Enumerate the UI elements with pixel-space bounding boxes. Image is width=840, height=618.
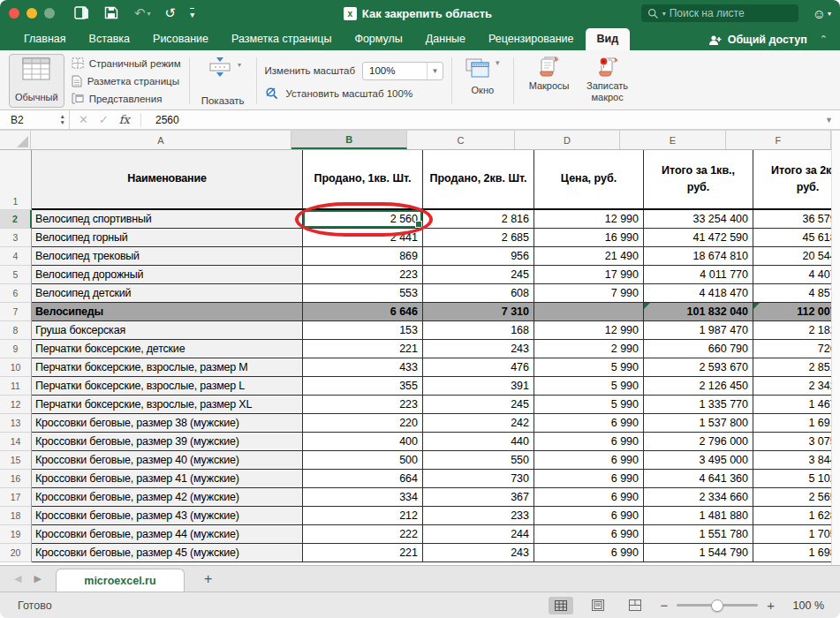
cell-D12[interactable]: 5 990 [534, 396, 644, 414]
cell-A4[interactable]: Велосипед трековый [32, 247, 303, 266]
row-header-11[interactable]: 11 [0, 377, 32, 396]
cell-A19[interactable]: Кроссовки беговые, размер 44 (мужские) [32, 525, 303, 544]
cell-C4[interactable]: 956 [423, 247, 534, 266]
row-header-8[interactable]: 8 [0, 321, 32, 340]
cell-F9[interactable]: 726 570 [753, 340, 840, 358]
row-header-16[interactable]: 16 [0, 470, 32, 488]
row-header-5[interactable]: 5 [0, 266, 32, 284]
status-normal-view-button[interactable] [549, 597, 573, 614]
cell-E4[interactable]: 18 674 810 [644, 247, 753, 266]
cell-A2[interactable]: Велосипед спортивный [32, 210, 303, 229]
vertical-scrollbar[interactable] [831, 131, 840, 565]
column-header-B[interactable]: B [291, 131, 407, 149]
page-layout-view-button[interactable]: Разметка страницы [72, 73, 181, 88]
column-header-A[interactable]: A [31, 131, 292, 149]
status-page-break-button[interactable] [623, 597, 647, 614]
header-cell-price[interactable]: Цена, руб. [534, 150, 644, 210]
cell-B12[interactable]: 223 [303, 396, 423, 414]
normal-view-button[interactable]: Обычный [9, 54, 64, 108]
cell-C11[interactable]: 391 [423, 377, 534, 396]
cell-C6[interactable]: 608 [423, 284, 534, 303]
cell-B11[interactable]: 355 [303, 377, 423, 396]
row-header-3[interactable]: 3 [0, 229, 32, 247]
cell-B10[interactable]: 433 [303, 358, 423, 377]
tab-data[interactable]: Данные [414, 28, 477, 50]
zoom-in-button[interactable]: + [767, 598, 775, 613]
cell-B5[interactable]: 223 [303, 266, 423, 284]
cell-A11[interactable]: Перчатки боксерские, взрослые, размер L [32, 377, 303, 396]
add-sheet-button[interactable]: + [185, 571, 231, 592]
cell-D18[interactable]: 6 990 [534, 507, 644, 525]
cell-F18[interactable]: 1 628 670 [753, 507, 840, 525]
cell-D15[interactable]: 6 990 [534, 451, 644, 470]
cell-D6[interactable]: 7 990 [534, 284, 644, 303]
window-dropdown-button[interactable]: ▾ Окно [460, 54, 505, 108]
cell-D16[interactable]: 6 990 [534, 470, 644, 488]
row-header-10[interactable]: 10 [0, 358, 32, 377]
cell-D19[interactable]: 6 990 [534, 525, 644, 544]
cell-C14[interactable]: 440 [423, 433, 534, 451]
cell-F17[interactable]: 2 565 330 [753, 488, 840, 507]
row-header-7[interactable]: 7 [0, 303, 32, 321]
cancel-icon[interactable]: ✕ [79, 113, 88, 126]
cell-D9[interactable]: 2 990 [534, 340, 644, 358]
cell-F10[interactable]: 2 851 240 [753, 358, 840, 377]
macros-button[interactable]: Макросы [522, 54, 577, 108]
cell-B19[interactable]: 222 [303, 525, 423, 544]
cell-D14[interactable]: 6 990 [534, 433, 644, 451]
row-header-4[interactable]: 4 [0, 247, 32, 266]
cell-B13[interactable]: 220 [303, 414, 423, 433]
next-sheet-arrow-icon[interactable]: ▶ [34, 573, 41, 584]
cell-F16[interactable]: 5 102 700 [753, 470, 840, 488]
row-header-17[interactable]: 17 [0, 488, 32, 507]
cell-C10[interactable]: 476 [423, 358, 534, 377]
cell-B3[interactable]: 2 441 [303, 229, 423, 247]
cell-F19[interactable]: 1 705 560 [753, 525, 840, 544]
header-cell-q1[interactable]: Продано, 1кв. Шт. [303, 150, 423, 210]
prev-sheet-arrow-icon[interactable]: ◀ [14, 573, 21, 584]
new-workbook-icon[interactable] [74, 6, 90, 20]
cell-A8[interactable]: Груша боксерская [32, 321, 303, 340]
header-cell-name[interactable]: Наименование [32, 150, 303, 210]
tab-formulas[interactable]: Формулы [343, 28, 413, 50]
custom-views-button[interactable]: Представления [72, 91, 181, 106]
column-header-D[interactable]: D [515, 131, 620, 149]
cell-B15[interactable]: 500 [303, 451, 423, 470]
row-header-14[interactable]: 14 [0, 433, 32, 451]
cell-D4[interactable]: 21 490 [534, 247, 644, 266]
cell-A3[interactable]: Велосипед горный [32, 229, 303, 247]
cell-E6[interactable]: 4 418 470 [644, 284, 753, 303]
cell-A5[interactable]: Велосипед дорожный [32, 266, 303, 284]
cell-E16[interactable]: 4 641 360 [644, 470, 753, 488]
cell-C5[interactable]: 245 [423, 266, 534, 284]
share-button[interactable]: Общий доступ [708, 34, 807, 50]
cell-E13[interactable]: 1 537 800 [644, 414, 753, 433]
row-header-20[interactable]: 20 [0, 544, 32, 562]
cell-F20[interactable]: 1 698 570 [753, 544, 840, 562]
column-header-F[interactable]: F [726, 131, 831, 149]
cell-A9[interactable]: Перчатки боксерские, детские [32, 340, 303, 358]
enter-check-icon[interactable]: ✓ [99, 113, 109, 126]
cell-D7[interactable] [534, 303, 644, 321]
cell-C12[interactable]: 245 [423, 396, 534, 414]
cell-E11[interactable]: 2 126 450 [644, 377, 753, 396]
close-window-button[interactable] [9, 8, 19, 19]
cell-F14[interactable]: 3 075 600 [753, 433, 840, 451]
cell-B16[interactable]: 664 [303, 470, 423, 488]
cell-D8[interactable]: 12 990 [534, 321, 644, 340]
cell-F7[interactable]: 112 007 900 [753, 303, 840, 321]
sheet-search-input[interactable]: ▾ Поиск на листе [641, 4, 798, 22]
name-box-stepper[interactable]: ▲▼ [60, 114, 65, 125]
row-header-6[interactable]: 6 [0, 284, 32, 303]
cell-F4[interactable]: 20 544 440 [753, 247, 840, 266]
cell-F2[interactable]: 36 579 840 [753, 210, 840, 229]
zoom-out-button[interactable]: − [660, 598, 668, 613]
undo-button[interactable]: ↶▾ [134, 5, 151, 21]
cell-D20[interactable]: 6 990 [534, 544, 644, 562]
cell-C7[interactable]: 7 310 [423, 303, 534, 321]
zoom-slider[interactable] [677, 604, 758, 607]
column-header-C[interactable]: C [407, 131, 514, 149]
cell-F8[interactable]: 2 182 320 [753, 321, 840, 340]
fullscreen-window-button[interactable] [44, 8, 55, 19]
cell-E17[interactable]: 2 334 660 [644, 488, 753, 507]
